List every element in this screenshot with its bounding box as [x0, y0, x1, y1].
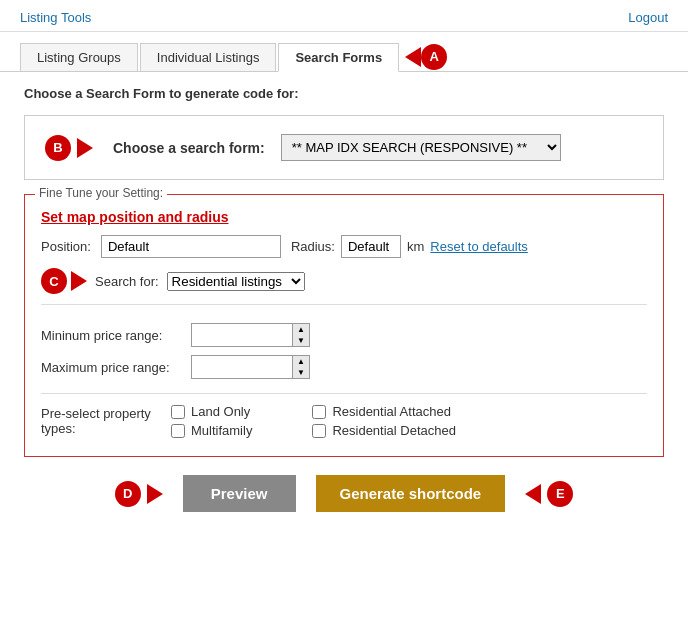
- sf-inner: Choose a search form: ** MAP IDX SEARCH …: [113, 134, 561, 161]
- annotation-e-badge: E: [547, 481, 573, 507]
- search-for-row: C Search for: Residential listings Comme…: [41, 268, 647, 305]
- annotation-e-area: E: [525, 481, 573, 507]
- checkbox-land-label: Land Only: [191, 404, 250, 419]
- generate-shortcode-button[interactable]: Generate shortcode: [316, 475, 506, 512]
- arrow-a-icon: [405, 47, 421, 67]
- fine-tune-box: Fine Tune your Setting: Set map position…: [24, 194, 664, 457]
- tab-listing-groups[interactable]: Listing Groups: [20, 43, 138, 71]
- search-form-label: Choose a search form:: [113, 140, 265, 156]
- min-price-down-btn[interactable]: ▼: [293, 335, 309, 346]
- max-price-spinner-btns: ▲ ▼: [292, 356, 309, 378]
- min-price-up-btn[interactable]: ▲: [293, 324, 309, 335]
- max-price-spinner: ▲ ▼: [191, 355, 310, 379]
- search-for-select[interactable]: Residential listings Commercial listings…: [167, 272, 305, 291]
- position-label: Position:: [41, 239, 91, 254]
- preview-button[interactable]: Preview: [183, 475, 296, 512]
- arrow-d-icon: [147, 484, 163, 504]
- arrow-b-icon: [77, 138, 93, 158]
- max-price-down-btn[interactable]: ▼: [293, 367, 309, 378]
- radius-label: Radius:: [291, 239, 335, 254]
- min-price-input[interactable]: [192, 324, 292, 346]
- preselect-section: Pre-select property types: Land Only Mul…: [41, 394, 647, 442]
- arrow-e-icon: [525, 484, 541, 504]
- min-price-label: Mininum price range:: [41, 328, 181, 343]
- preselect-row: Pre-select property types: Land Only Mul…: [41, 404, 647, 438]
- checkbox-multifamily-input[interactable]: [171, 424, 185, 438]
- logout-link[interactable]: Logout: [628, 10, 668, 25]
- search-form-box: B Choose a search form: ** MAP IDX SEARC…: [24, 115, 664, 180]
- checkboxes-container: Land Only Multifamily Residential Attach…: [171, 404, 647, 438]
- search-for-label: Search for:: [95, 274, 159, 289]
- buttons-row: D Preview Generate shortcode E: [24, 475, 664, 512]
- annotation-d-badge: D: [115, 481, 141, 507]
- min-price-row: Mininum price range: ▲ ▼: [41, 323, 647, 347]
- arrow-c-icon: [71, 271, 87, 291]
- annotation-c-badge: C: [41, 268, 67, 294]
- position-input[interactable]: [101, 235, 281, 258]
- preselect-label: Pre-select property types:: [41, 404, 161, 436]
- checkboxes-left: Land Only Multifamily: [171, 404, 252, 438]
- checkbox-res-attached-input[interactable]: [312, 405, 326, 419]
- annotation-a-badge: A: [421, 44, 447, 70]
- checkboxes-right: Residential Attached Residential Detache…: [312, 404, 456, 438]
- annotation-b-area: B: [45, 135, 93, 161]
- checkbox-land: Land Only: [171, 404, 252, 419]
- checkbox-land-input[interactable]: [171, 405, 185, 419]
- checkbox-res-detached: Residential Detached: [312, 423, 456, 438]
- choose-heading: Choose a Search Form to generate code fo…: [24, 86, 664, 101]
- tab-search-forms[interactable]: Search Forms: [278, 43, 399, 72]
- search-form-select[interactable]: ** MAP IDX SEARCH (RESPONSIVE) ** Standa…: [281, 134, 561, 161]
- annotation-a-area: A: [405, 44, 447, 70]
- tabs-row: Listing Groups Individual Listings Searc…: [0, 32, 688, 72]
- listing-tools-link[interactable]: Listing Tools: [20, 10, 91, 25]
- checkbox-res-detached-label: Residential Detached: [332, 423, 456, 438]
- annotation-c-area: C: [41, 268, 87, 294]
- checkbox-multifamily-label: Multifamily: [191, 423, 252, 438]
- content-area: Choose a Search Form to generate code fo…: [0, 72, 688, 526]
- radius-unit: km: [407, 239, 424, 254]
- fine-tune-legend: Fine Tune your Setting:: [35, 186, 167, 200]
- annotation-b-badge: B: [45, 135, 71, 161]
- min-price-spinner-btns: ▲ ▼: [292, 324, 309, 346]
- reset-defaults-link[interactable]: Reset to defaults: [430, 239, 528, 254]
- tab-individual-listings[interactable]: Individual Listings: [140, 43, 277, 71]
- annotation-d-area: D: [115, 481, 163, 507]
- price-section: Mininum price range: ▲ ▼ Maximum price r…: [41, 317, 647, 394]
- position-row: Position: Radius: km Reset to defaults: [41, 235, 647, 258]
- checkbox-res-attached-label: Residential Attached: [332, 404, 451, 419]
- min-price-spinner: ▲ ▼: [191, 323, 310, 347]
- max-price-label: Maximum price range:: [41, 360, 181, 375]
- checkbox-res-detached-input[interactable]: [312, 424, 326, 438]
- set-map-link[interactable]: Set map position and radius: [41, 209, 228, 225]
- radius-input[interactable]: [341, 235, 401, 258]
- checkbox-multifamily: Multifamily: [171, 423, 252, 438]
- checkbox-res-attached: Residential Attached: [312, 404, 456, 419]
- radius-group: Radius: km Reset to defaults: [291, 235, 528, 258]
- max-price-row: Maximum price range: ▲ ▼: [41, 355, 647, 379]
- max-price-input[interactable]: [192, 356, 292, 378]
- max-price-up-btn[interactable]: ▲: [293, 356, 309, 367]
- top-bar: Listing Tools Logout: [0, 0, 688, 32]
